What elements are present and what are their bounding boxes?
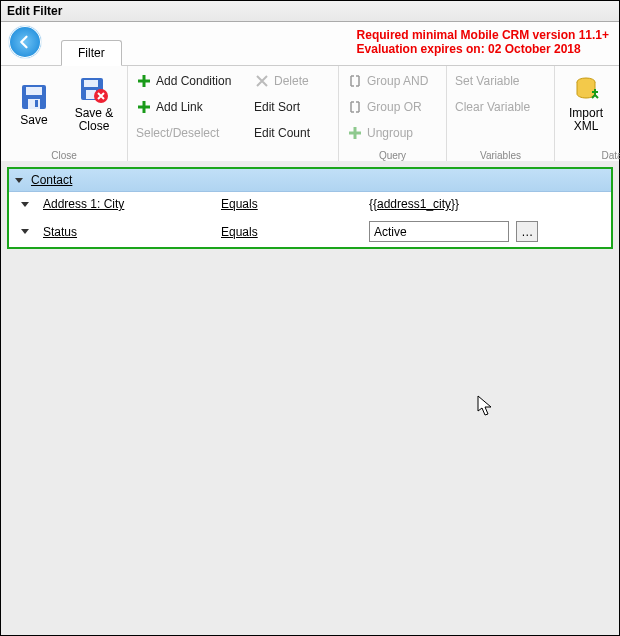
save-close-icon [79,75,109,105]
ungroup-button[interactable]: Ungroup [345,122,440,144]
select-deselect-button[interactable]: Select/Deselect [134,122,246,144]
ribbon-group-variables: Set Variable Clear Variable Variables [447,66,555,163]
group-or-label: Group OR [367,100,422,114]
database-import-icon [571,75,601,105]
delete-button[interactable]: Delete [252,70,332,92]
entity-row[interactable]: Contact [9,169,611,192]
edit-count-button[interactable]: Edit Count [252,122,332,144]
back-button[interactable] [9,26,41,58]
bracket-icon [347,73,363,89]
notice-line2: Evaluation expires on: 02 October 2018 [357,42,609,56]
ribbon-group-edit: Add Condition Add Link Select/Deselect D… [128,66,339,163]
caret-down-icon[interactable] [21,229,29,234]
value-text[interactable]: {{address1_city}} [369,197,459,211]
add-condition-label: Add Condition [156,74,231,88]
tab-strip: Filter Required minimal Mobile CRM versi… [1,22,619,66]
group-and-button[interactable]: Group AND [345,70,440,92]
edit-count-label: Edit Count [254,126,310,140]
filter-canvas: Contact Address 1: City Equals {{address… [1,161,619,635]
set-variable-label: Set Variable [455,74,519,88]
svg-rect-3 [35,100,38,107]
import-xml-label: Import XML [569,107,603,133]
ungroup-label: Ungroup [367,126,413,140]
save-close-label: Save & Close [75,107,114,133]
filter-box: Contact Address 1: City Equals {{address… [7,167,613,249]
caret-down-icon[interactable] [21,202,29,207]
svg-rect-5 [84,80,98,87]
field-selector[interactable]: Address 1: City [43,197,124,211]
select-deselect-label: Select/Deselect [136,126,219,140]
ribbon-group-close: Save Save & Close Close [1,66,128,163]
add-link-button[interactable]: Add Link [134,96,246,118]
svg-rect-2 [28,99,40,109]
import-xml-button[interactable]: Import XML [561,70,611,138]
set-variable-button[interactable]: Set Variable [453,70,548,92]
delete-label: Delete [274,74,309,88]
ribbon-group-query: Group AND Group OR Ungroup Query [339,66,447,163]
group-close-footer: Close [7,148,121,161]
edit-sort-button[interactable]: Edit Sort [252,96,332,118]
group-and-label: Group AND [367,74,428,88]
license-notice: Required minimal Mobile CRM version 11.1… [357,28,609,56]
tab-filter[interactable]: Filter [61,40,122,66]
add-link-label: Add Link [156,100,203,114]
bracket-icon [347,99,363,115]
ribbon: Save Save & Close Close Add Condition [1,66,619,164]
caret-down-icon [15,178,23,183]
value-picker-button[interactable]: … [516,221,538,242]
group-or-button[interactable]: Group OR [345,96,440,118]
condition-row: Address 1: City Equals {{address1_city}} [9,192,611,216]
operator-selector[interactable]: Equals [221,225,258,239]
svg-rect-1 [26,87,42,95]
add-condition-button[interactable]: Add Condition [134,70,246,92]
plus-icon [347,125,363,141]
notice-line1: Required minimal Mobile CRM version 11.1… [357,28,609,42]
operator-selector[interactable]: Equals [221,197,258,211]
plus-icon [136,73,152,89]
delete-icon [254,73,270,89]
condition-row: Status Equals … [9,216,611,247]
arrow-left-icon [16,33,34,51]
window-title: Edit Filter [1,1,619,22]
save-close-button[interactable]: Save & Close [67,70,121,138]
entity-name[interactable]: Contact [31,173,72,187]
group-query-footer: Query [345,148,440,161]
edit-sort-label: Edit Sort [254,100,300,114]
clear-variable-button[interactable]: Clear Variable [453,96,548,118]
clear-variable-label: Clear Variable [455,100,530,114]
save-label: Save [20,114,47,127]
save-button[interactable]: Save [7,70,61,138]
group-variables-footer: Variables [453,148,548,161]
save-icon [19,82,49,112]
group-data-footer: Data [561,148,620,161]
ribbon-group-data: Import XML Export XML Data [555,66,620,163]
plus-icon [136,99,152,115]
value-input[interactable] [369,221,509,242]
field-selector[interactable]: Status [43,225,77,239]
